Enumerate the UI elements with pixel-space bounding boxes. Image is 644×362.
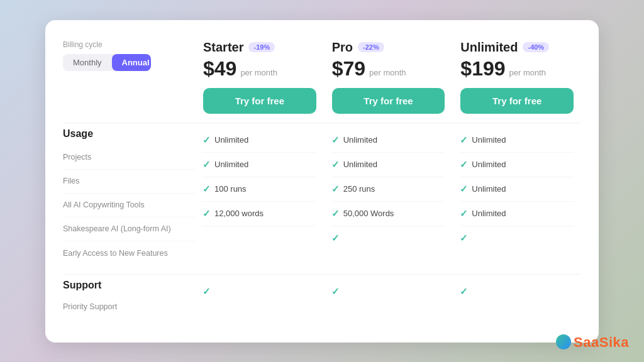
check-icon: ✓: [331, 233, 340, 244]
saasika-logo: SaaSika: [556, 334, 629, 351]
check-icon: ✓: [460, 134, 468, 146]
feature-label-ai-tools: All AI Copywriting Tools: [63, 194, 195, 217]
support-labels-col: Support Priority Support: [63, 280, 195, 317]
check-icon: ✓: [460, 286, 468, 297]
unlimited-discount: -40%: [523, 42, 549, 52]
unlimited-priority: ✓: [460, 280, 574, 304]
starter-shakespeare: ✓ 12,000 words: [203, 202, 316, 226]
starter-period: per month: [240, 68, 277, 77]
annual-toggle[interactable]: Annual: [112, 54, 151, 71]
starter-col-header: Starter -19% $49 per month Try for free: [195, 40, 324, 114]
billing-label: Billing cycle: [63, 40, 195, 49]
check-icon: ✓: [203, 184, 211, 195]
starter-support: ✓: [195, 280, 324, 317]
starter-price: $49 per month: [203, 57, 316, 80]
check-icon: ✓: [331, 134, 340, 146]
unlimited-projects: ✓ Unlimited: [460, 128, 574, 153]
starter-discount: -19%: [248, 42, 275, 52]
starter-header: Starter -19%: [203, 40, 316, 55]
starter-early-access: [203, 226, 316, 250]
unlimited-shakespeare: ✓ Unlimited: [460, 202, 574, 226]
pro-amount: $79: [332, 57, 365, 80]
pro-cta[interactable]: Try for free: [332, 88, 445, 114]
feature-label-projects: Projects: [63, 146, 195, 170]
unlimited-period: per month: [509, 68, 547, 77]
pricing-card: Billing cycle Monthly Annual Starter -19…: [45, 20, 599, 343]
check-icon: ✓: [203, 134, 211, 146]
support-label-priority: Priority Support: [63, 296, 195, 317]
pro-header: Pro -22%: [332, 40, 445, 55]
usage-labels-col: Usage Projects Files All AI Copywriting …: [63, 128, 195, 265]
pro-support: ✓: [324, 280, 453, 317]
globe-icon: [556, 334, 571, 349]
pro-early-access: ✓: [331, 226, 445, 250]
feature-label-early-access: Early Access to New Features: [63, 241, 195, 265]
check-icon: ✓: [460, 208, 468, 219]
usage-values: ✓ Unlimited ✓ Unlimited ✓ 100 runs ✓ 12,…: [195, 128, 581, 265]
check-icon: ✓: [460, 184, 468, 195]
support-values: ✓ ✓ ✓: [195, 280, 581, 317]
pro-features: ✓ Unlimited ✓ Unlimited ✓ 250 runs ✓ 50,…: [324, 128, 453, 265]
unlimited-header: Unlimited -40%: [460, 40, 574, 55]
starter-files: ✓ Unlimited: [203, 153, 316, 177]
unlimited-early-access: ✓: [460, 226, 574, 250]
feature-label-shakespeare: Shakespeare AI (Long-form AI): [63, 217, 195, 241]
unlimited-ai-tools: ✓ Unlimited: [460, 177, 574, 202]
starter-ai-tools: ✓ 100 runs: [203, 177, 316, 202]
usage-grid: Usage Projects Files All AI Copywriting …: [63, 128, 581, 265]
pro-price: $79 per month: [332, 57, 445, 80]
check-icon: ✓: [203, 208, 211, 219]
check-icon: ✓: [460, 233, 468, 244]
check-icon: ✓: [331, 159, 340, 170]
starter-amount: $49: [203, 57, 236, 80]
pro-projects: ✓ Unlimited: [331, 128, 445, 153]
usage-title: Usage: [63, 128, 195, 140]
check-icon: ✓: [203, 286, 211, 297]
check-icon: ✓: [331, 184, 340, 195]
billing-toggle: Monthly Annual: [63, 54, 151, 71]
starter-projects: ✓ Unlimited: [203, 128, 316, 153]
divider-support: [63, 274, 581, 275]
support-section: Support Priority Support ✓ ✓ ✓: [63, 280, 581, 317]
pro-priority: ✓: [331, 280, 445, 304]
starter-cta[interactable]: Try for free: [203, 88, 316, 114]
pro-name: Pro: [332, 40, 353, 55]
billing-col: Billing cycle Monthly Annual: [63, 40, 195, 71]
check-icon: ✓: [331, 286, 340, 297]
monthly-toggle[interactable]: Monthly: [63, 54, 112, 71]
top-section: Billing cycle Monthly Annual Starter -19…: [63, 40, 581, 114]
pro-ai-tools: ✓ 250 runs: [331, 177, 445, 202]
unlimited-col-header: Unlimited -40% $199 per month Try for fr…: [452, 40, 581, 114]
unlimited-name: Unlimited: [460, 40, 518, 55]
starter-features: ✓ Unlimited ✓ Unlimited ✓ 100 runs ✓ 12,…: [195, 128, 324, 265]
pro-period: per month: [369, 68, 406, 77]
starter-priority: ✓: [203, 280, 316, 304]
check-icon: ✓: [331, 208, 340, 219]
check-icon: ✓: [460, 159, 468, 170]
unlimited-support: ✓: [452, 280, 581, 317]
divider-top: [63, 123, 581, 123]
pro-shakespeare: ✓ 50,000 Words: [331, 202, 445, 226]
unlimited-files: ✓ Unlimited: [460, 153, 574, 177]
unlimited-amount: $199: [460, 57, 505, 80]
pro-discount: -22%: [358, 42, 384, 52]
unlimited-price: $199 per month: [460, 57, 574, 80]
unlimited-features: ✓ Unlimited ✓ Unlimited ✓ Unlimited ✓ Un…: [452, 128, 581, 265]
plan-headers: Starter -19% $49 per month Try for free …: [195, 40, 581, 114]
feature-label-files: Files: [63, 170, 195, 194]
unlimited-cta[interactable]: Try for free: [460, 88, 574, 114]
check-icon: ✓: [203, 159, 211, 170]
starter-name: Starter: [203, 40, 243, 55]
pro-files: ✓ Unlimited: [331, 153, 445, 177]
support-title: Support: [63, 280, 195, 291]
pro-col-header: Pro -22% $79 per month Try for free: [324, 40, 453, 114]
